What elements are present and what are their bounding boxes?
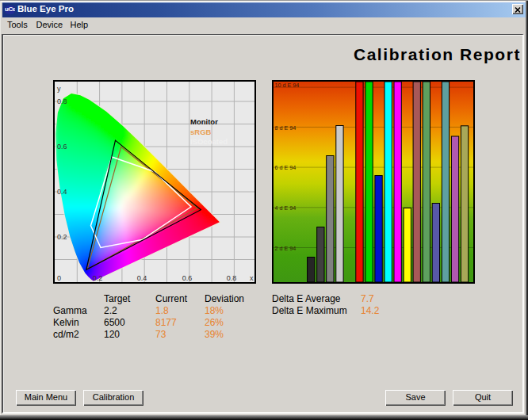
svg-text:Monitor: Monitor — [190, 117, 218, 126]
svg-text:4 d E 94: 4 d E 94 — [275, 204, 297, 212]
svg-text:0.6: 0.6 — [57, 143, 67, 151]
svg-text:0.8: 0.8 — [57, 97, 67, 105]
svg-text:0.4: 0.4 — [137, 274, 147, 282]
svg-text:0.6: 0.6 — [182, 274, 193, 282]
svg-text:0.2: 0.2 — [57, 233, 67, 241]
svg-text:0: 0 — [57, 274, 61, 282]
svg-text:10 d E 94: 10 d E 94 — [275, 82, 300, 89]
svg-text:ISOcoated: ISOcoated — [190, 137, 228, 146]
svg-text:y: y — [57, 85, 61, 93]
svg-text:0.4: 0.4 — [57, 188, 67, 196]
svg-text:6 d E 94: 6 d E 94 — [275, 164, 297, 171]
svg-text:x: x — [250, 274, 254, 282]
svg-text:8 d E 94: 8 d E 94 — [275, 124, 297, 132]
svg-text:0.2: 0.2 — [93, 274, 103, 282]
svg-text:2 d E 94: 2 d E 94 — [275, 245, 297, 252]
svg-text:sRGB: sRGB — [190, 128, 212, 136]
svg-text:0.8: 0.8 — [227, 274, 237, 282]
